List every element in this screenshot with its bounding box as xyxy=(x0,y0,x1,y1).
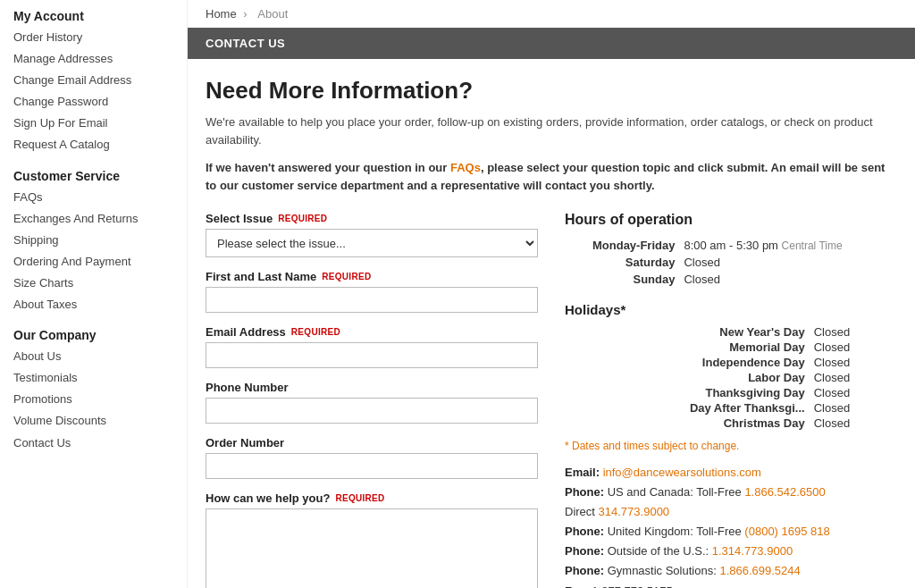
holiday-day-independence: Independence Day xyxy=(565,355,814,370)
faqs-link[interactable]: FAQs xyxy=(450,161,481,174)
phone-label: Phone Number xyxy=(206,381,538,394)
phone-group: Phone Number xyxy=(206,381,538,424)
holidays-title: Holidays* xyxy=(565,302,897,317)
main-content: Home › About CONTACT US Need More Inform… xyxy=(188,0,915,588)
phone3-label: Phone: xyxy=(565,544,604,558)
phone3-number[interactable]: 1.314.773.9000 xyxy=(712,544,793,558)
email-label: Email Address REQUIRED xyxy=(206,325,538,339)
help-textarea[interactable] xyxy=(206,508,538,588)
holiday-day-labor: Labor Day xyxy=(565,370,814,385)
info-column: Hours of operation Monday-Friday 8:00 am… xyxy=(565,212,897,588)
hours-time-mon-fri: 8:00 am - 5:30 pm Central Time xyxy=(684,237,897,254)
phone4-label: Phone: xyxy=(565,564,604,577)
sidebar-item-order-history[interactable]: Order History xyxy=(13,27,173,48)
order-group: Order Number xyxy=(206,436,538,479)
faqs-note: If we haven't answered your question in … xyxy=(206,159,897,194)
holiday-row-day-after-thanksgiving: Day After Thanksgi... Closed xyxy=(565,400,897,416)
phone4-text: Gymnastic Solutions: xyxy=(608,564,720,577)
holiday-row-christmas: Christmas Day Closed xyxy=(565,416,897,431)
hours-title: Hours of operation xyxy=(565,212,897,228)
email-input[interactable] xyxy=(206,342,538,368)
sidebar-item-volume-discounts[interactable]: Volume Discounts xyxy=(13,410,173,432)
breadcrumb-current: About xyxy=(257,7,288,21)
sidebar-item-manage-addresses[interactable]: Manage Addresses xyxy=(13,48,173,70)
intro-text: We're available to help you place your o… xyxy=(206,113,897,148)
sidebar-item-about-us[interactable]: About Us xyxy=(13,346,173,367)
phone1-direct-text: Direct xyxy=(565,505,599,518)
hours-row-sunday: Sunday Closed xyxy=(565,271,897,288)
sidebar-item-ordering-payment[interactable]: Ordering And Payment xyxy=(13,251,173,273)
holiday-row-memorial: Memorial Day Closed xyxy=(565,340,897,355)
content-area: Need More Information? We're available t… xyxy=(188,77,915,588)
page-title: Need More Information? xyxy=(206,77,897,105)
sidebar-item-exchanges-returns[interactable]: Exchanges And Returns xyxy=(13,208,173,230)
holiday-status-labor: Closed xyxy=(814,370,897,385)
sidebar-item-sign-up-email[interactable]: Sign Up For Email xyxy=(13,113,173,134)
breadcrumb-home[interactable]: Home xyxy=(206,7,237,21)
sidebar-section-customer-service: Customer Service xyxy=(13,169,173,183)
sidebar-item-faqs[interactable]: FAQs xyxy=(13,187,173,208)
order-input[interactable] xyxy=(206,453,538,479)
phone3-line: Phone: Outside of the U.S.: 1.314.773.90… xyxy=(565,542,897,561)
holiday-status-thanksgiving: Closed xyxy=(814,385,897,400)
holiday-row-independence: Independence Day Closed xyxy=(565,355,897,370)
sidebar-item-testimonials[interactable]: Testimonials xyxy=(13,367,173,389)
sidebar-item-change-email[interactable]: Change Email Address xyxy=(13,70,173,91)
holiday-day-memorial: Memorial Day xyxy=(565,340,814,355)
holiday-status-day-after-thanksgiving: Closed xyxy=(814,400,897,416)
select-issue-dropdown[interactable]: Please select the issue... Order Status … xyxy=(206,229,538,257)
holiday-day-day-after-thanksgiving: Day After Thanksgi... xyxy=(565,400,814,416)
sidebar-item-contact-us[interactable]: Contact Us xyxy=(13,433,173,454)
phone3-text: Outside of the U.S.: xyxy=(608,544,712,558)
contact-details: Email: info@dancewearsolutions.com Phone… xyxy=(565,463,897,588)
hours-day-sunday: Sunday xyxy=(565,271,684,288)
help-required: REQUIRED xyxy=(335,493,384,503)
breadcrumb-separator: › xyxy=(243,7,247,21)
holiday-status-christmas: Closed xyxy=(814,416,897,431)
sidebar-item-request-catalog[interactable]: Request A Catalog xyxy=(13,134,173,155)
holiday-day-christmas: Christmas Day xyxy=(565,416,814,431)
hours-time-saturday: Closed xyxy=(684,254,897,271)
sidebar-item-size-charts[interactable]: Size Charts xyxy=(13,273,173,294)
sidebar: My Account Order History Manage Addresse… xyxy=(0,0,188,588)
sidebar-item-shipping[interactable]: Shipping xyxy=(13,230,173,251)
holidays-table: New Year's Day Closed Memorial Day Close… xyxy=(565,324,897,431)
disclaimer: * Dates and times subject to change. xyxy=(565,440,897,452)
name-group: First and Last Name REQUIRED xyxy=(206,270,538,313)
hours-time-sunday: Closed xyxy=(684,271,897,288)
phone4-number[interactable]: 1.866.699.5244 xyxy=(719,564,800,577)
phone1-number[interactable]: 1.866.542.6500 xyxy=(744,485,825,499)
contact-us-bar: CONTACT US xyxy=(188,28,915,59)
email-group: Email Address REQUIRED xyxy=(206,325,538,368)
fax-label: Fax: xyxy=(565,584,589,588)
phone2-number[interactable]: (0800) 1695 818 xyxy=(744,525,829,538)
email-label: Email: xyxy=(565,466,600,479)
phone1-direct-number[interactable]: 314.773.9000 xyxy=(599,505,670,518)
phone2-line: Phone: United Kingdom: Toll-Free (0800) … xyxy=(565,522,897,542)
phone-input[interactable] xyxy=(206,398,538,424)
breadcrumb: Home › About xyxy=(188,0,915,28)
phone2-text: United Kingdom: Toll-Free xyxy=(608,525,745,538)
sidebar-item-about-taxes[interactable]: About Taxes xyxy=(13,294,173,315)
holiday-status-newyears: Closed xyxy=(814,324,897,340)
holiday-day-thanksgiving: Thanksgiving Day xyxy=(565,385,814,400)
name-input[interactable] xyxy=(206,287,538,313)
phone2-label: Phone: xyxy=(565,525,604,538)
name-required: REQUIRED xyxy=(322,272,371,281)
name-label: First and Last Name REQUIRED xyxy=(206,270,538,283)
faqs-note-prefix: If we haven't answered your question in … xyxy=(206,161,450,174)
sidebar-item-promotions[interactable]: Promotions xyxy=(13,389,173,410)
holiday-status-independence: Closed xyxy=(814,355,897,370)
select-issue-group: Select Issue REQUIRED Please select the … xyxy=(206,212,538,257)
phone4-line: Phone: Gymnastic Solutions: 1.866.699.52… xyxy=(565,561,897,581)
holiday-status-memorial: Closed xyxy=(814,340,897,355)
fax-line: Fax: 1.877.773.5175 xyxy=(565,582,897,588)
help-label: How can we help you? REQUIRED xyxy=(206,491,538,505)
email-required: REQUIRED xyxy=(291,327,340,337)
phone1-text: US and Canada: Toll-Free xyxy=(608,485,745,499)
phone1-line: Phone: US and Canada: Toll-Free 1.866.54… xyxy=(565,483,897,502)
sidebar-item-change-password[interactable]: Change Password xyxy=(13,91,173,113)
hours-day-saturday: Saturday xyxy=(565,254,684,271)
email-link[interactable]: info@dancewearsolutions.com xyxy=(603,466,761,479)
phone1-direct-line: Direct 314.773.9000 xyxy=(565,502,897,522)
